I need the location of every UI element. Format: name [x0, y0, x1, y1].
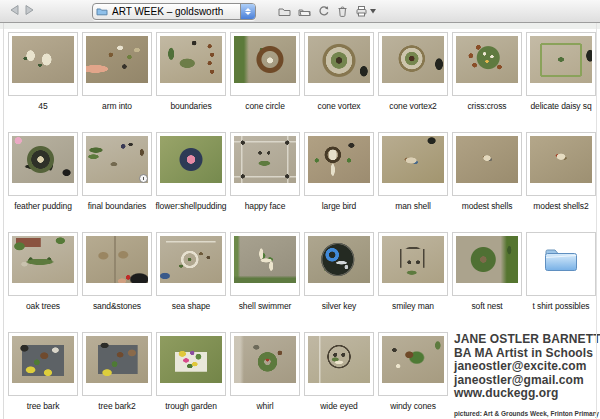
photo-card[interactable]: [82, 332, 152, 396]
photo-thumbnail[interactable]: [308, 236, 370, 283]
folder-icon[interactable]: [530, 236, 592, 283]
thumbnail-cell[interactable]: windy cones: [378, 332, 448, 419]
photo-card[interactable]: [230, 332, 300, 396]
photo-card[interactable]: [230, 32, 300, 96]
photo-card[interactable]: [8, 232, 78, 296]
photo-card[interactable]: [156, 332, 226, 396]
forward-icon[interactable]: [24, 2, 38, 20]
thumbnail-cell[interactable]: final boundaries: [82, 132, 152, 232]
photo-thumbnail[interactable]: [160, 136, 222, 183]
photo-thumbnail[interactable]: [234, 336, 296, 383]
thumbnail-label: t shirt possibles: [524, 301, 598, 311]
folder-select-dropdown[interactable]: ART WEEK – goldsworth: [92, 3, 256, 20]
photo-thumbnail[interactable]: [382, 136, 444, 183]
thumbnail-cell[interactable]: whirl: [230, 332, 300, 419]
thumbnail-cell[interactable]: large bird: [304, 132, 374, 232]
photo-thumbnail[interactable]: [12, 336, 74, 383]
thumbnail-cell[interactable]: cone vortex2: [378, 32, 448, 132]
thumbnail-label: trough garden: [154, 401, 228, 411]
photo-thumbnail[interactable]: [456, 136, 518, 183]
photo-card[interactable]: [452, 32, 522, 96]
photo-card[interactable]: [378, 132, 448, 196]
thumbnail-cell[interactable]: wide eyed: [304, 332, 374, 419]
thumbnail-cell[interactable]: soft nest: [452, 232, 522, 332]
photo-thumbnail[interactable]: [308, 136, 370, 183]
photo-card[interactable]: [8, 132, 78, 196]
thumbnail-cell[interactable]: modest shells: [452, 132, 522, 232]
thumbnail-cell[interactable]: cone circle: [230, 32, 300, 132]
thumbnail-cell[interactable]: sea shape: [156, 232, 226, 332]
photo-thumbnail[interactable]: [382, 236, 444, 283]
trash-icon[interactable]: [337, 5, 348, 17]
photo-thumbnail[interactable]: [234, 136, 296, 183]
thumbnail-cell[interactable]: delicate daisy sq: [526, 32, 596, 132]
photo-thumbnail[interactable]: [12, 136, 74, 183]
photo-thumbnail[interactable]: [308, 336, 370, 383]
folder-up-icon[interactable]: [278, 6, 291, 17]
thumbnail-cell[interactable]: smiley man: [378, 232, 448, 332]
photo-card[interactable]: [452, 132, 522, 196]
refresh-icon[interactable]: [318, 5, 330, 17]
folder-card[interactable]: [526, 232, 596, 296]
photo-card[interactable]: [304, 132, 374, 196]
photo-card[interactable]: [156, 32, 226, 96]
thumbnail-cell[interactable]: tree bark2: [82, 332, 152, 419]
thumbnail-cell[interactable]: trough garden: [156, 332, 226, 419]
photo-card[interactable]: [452, 232, 522, 296]
photo-card[interactable]: [378, 32, 448, 96]
photo-card[interactable]: [378, 332, 448, 396]
thumbnail-cell[interactable]: modest shells2: [526, 132, 596, 232]
photo-card[interactable]: [378, 232, 448, 296]
thumbnail-cell[interactable]: cone vortex: [304, 32, 374, 132]
thumbnail-cell[interactable]: boundaries: [156, 32, 226, 132]
photo-card[interactable]: [156, 232, 226, 296]
photo-thumbnail[interactable]: [12, 236, 74, 283]
photo-card[interactable]: [526, 32, 596, 96]
thumbnail-cell[interactable]: 45: [8, 32, 78, 132]
photo-card[interactable]: [230, 232, 300, 296]
photo-thumbnail[interactable]: [12, 36, 74, 83]
photo-thumbnail[interactable]: [86, 236, 148, 283]
photo-thumbnail[interactable]: [530, 36, 592, 83]
photo-card[interactable]: [8, 32, 78, 96]
photo-card[interactable]: [304, 32, 374, 96]
photo-card[interactable]: [304, 332, 374, 396]
photo-thumbnail[interactable]: [456, 236, 518, 283]
print-button[interactable]: [355, 5, 376, 17]
thumbnail-cell[interactable]: silver key: [304, 232, 374, 332]
thumbnail-cell[interactable]: t shirt possibles: [526, 232, 596, 332]
photo-thumbnail[interactable]: [456, 36, 518, 83]
thumbnail-cell[interactable]: feather pudding: [8, 132, 78, 232]
photo-thumbnail[interactable]: [530, 136, 592, 183]
thumbnail-cell[interactable]: oak trees: [8, 232, 78, 332]
back-icon[interactable]: [6, 2, 20, 20]
thumbnail-cell[interactable]: man shell: [378, 132, 448, 232]
thumbnail-cell[interactable]: flower:shellpudding: [156, 132, 226, 232]
photo-card[interactable]: [304, 232, 374, 296]
thumbnail-cell[interactable]: sand&stones: [82, 232, 152, 332]
photo-thumbnail[interactable]: [160, 36, 222, 83]
photo-card[interactable]: [230, 132, 300, 196]
photo-thumbnail[interactable]: [86, 36, 148, 83]
photo-thumbnail[interactable]: [308, 36, 370, 83]
thumbnail-cell[interactable]: criss:cross: [452, 32, 522, 132]
photo-card[interactable]: [82, 132, 152, 196]
thumbnail-cell[interactable]: arm into: [82, 32, 152, 132]
photo-card[interactable]: [156, 132, 226, 196]
photo-thumbnail[interactable]: [234, 236, 296, 283]
photo-thumbnail[interactable]: [234, 36, 296, 83]
photo-thumbnail[interactable]: [86, 336, 148, 383]
photo-thumbnail[interactable]: [160, 336, 222, 383]
photo-thumbnail[interactable]: [382, 36, 444, 83]
thumbnail-cell[interactable]: tree bark: [8, 332, 78, 419]
thumbnail-cell[interactable]: shell swimmer: [230, 232, 300, 332]
photo-card[interactable]: [82, 232, 152, 296]
thumbnail-label: feather pudding: [6, 201, 80, 211]
photo-thumbnail[interactable]: [160, 236, 222, 283]
photo-thumbnail[interactable]: [382, 336, 444, 383]
photo-card[interactable]: [526, 132, 596, 196]
new-folder-icon[interactable]: [298, 6, 311, 17]
photo-card[interactable]: [82, 32, 152, 96]
photo-card[interactable]: [8, 332, 78, 396]
thumbnail-cell[interactable]: happy face: [230, 132, 300, 232]
